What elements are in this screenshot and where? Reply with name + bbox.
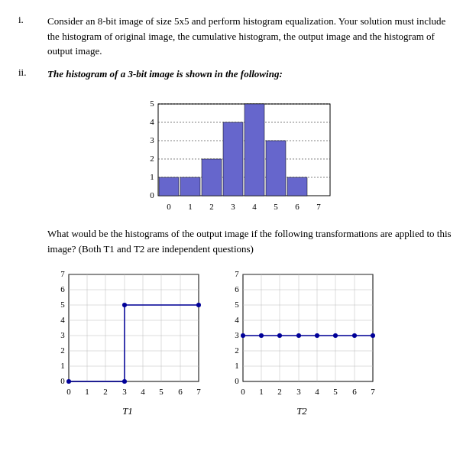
svg-rect-25 xyxy=(266,141,286,196)
svg-text:2: 2 xyxy=(235,346,239,355)
svg-text:1: 1 xyxy=(188,202,193,211)
svg-text:6: 6 xyxy=(295,202,300,211)
svg-text:0: 0 xyxy=(241,387,245,396)
svg-point-57 xyxy=(66,379,71,384)
svg-point-60 xyxy=(196,303,201,307)
question-i-text: Consider an 8-bit image of size 5x5 and … xyxy=(47,14,458,59)
question-i-num: i. xyxy=(18,14,47,59)
svg-text:0: 0 xyxy=(60,376,65,385)
svg-text:5: 5 xyxy=(159,387,164,396)
svg-rect-61 xyxy=(243,274,373,381)
svg-point-99 xyxy=(371,333,375,338)
svg-rect-27 xyxy=(69,274,199,381)
svg-text:3: 3 xyxy=(231,202,235,211)
svg-text:5: 5 xyxy=(60,300,65,309)
page: i. Consider an 8-bit image of size 5x5 a… xyxy=(18,14,458,417)
svg-point-58 xyxy=(122,379,127,384)
svg-rect-26 xyxy=(287,177,307,196)
svg-text:6: 6 xyxy=(60,284,65,294)
svg-text:5: 5 xyxy=(150,99,154,108)
svg-text:0: 0 xyxy=(167,202,171,211)
svg-text:7: 7 xyxy=(235,269,239,278)
svg-text:6: 6 xyxy=(352,387,357,396)
svg-point-93 xyxy=(259,333,264,338)
svg-rect-23 xyxy=(223,122,243,196)
svg-text:0: 0 xyxy=(150,190,154,200)
bottom-text: What would be the histograms of the outp… xyxy=(47,226,458,256)
svg-point-96 xyxy=(315,333,319,338)
svg-text:2: 2 xyxy=(60,346,65,355)
svg-point-97 xyxy=(333,333,338,338)
question-ii-num: ii. xyxy=(18,67,47,82)
svg-text:1: 1 xyxy=(235,361,239,370)
svg-point-95 xyxy=(296,333,301,338)
bottom-charts-row: 0 1 2 3 4 5 6 7 0 1 2 3 xyxy=(47,268,458,417)
svg-text:5: 5 xyxy=(235,300,239,309)
svg-text:4: 4 xyxy=(315,387,319,396)
t1-chart-wrap: 0 1 2 3 4 5 6 7 0 1 2 3 xyxy=(47,268,208,417)
svg-point-98 xyxy=(352,333,357,338)
question-ii-text: The histogram of a 3-bit image is shown … xyxy=(47,67,458,82)
svg-text:2: 2 xyxy=(103,387,108,396)
t2-label: T2 xyxy=(296,405,307,417)
question-ii-row: ii. The histogram of a 3-bit image is sh… xyxy=(18,67,458,82)
t2-chart-wrap: 0 1 2 3 4 5 6 7 0 1 2 3 4 xyxy=(222,268,382,417)
svg-rect-21 xyxy=(180,177,200,196)
svg-point-94 xyxy=(277,333,282,338)
svg-text:7: 7 xyxy=(316,202,321,211)
main-histogram: 0 1 2 3 4 5 0 1 2 3 4 5 6 7 xyxy=(135,96,342,219)
bottom-text-row: What would be the histograms of the outp… xyxy=(18,226,458,256)
svg-text:0: 0 xyxy=(235,376,239,385)
main-chart-container: 0 1 2 3 4 5 0 1 2 3 4 5 6 7 xyxy=(18,96,458,219)
svg-rect-24 xyxy=(244,104,264,196)
svg-text:4: 4 xyxy=(60,315,65,324)
svg-text:2: 2 xyxy=(277,387,282,396)
svg-text:7: 7 xyxy=(371,387,375,396)
t1-label: T1 xyxy=(122,405,133,417)
svg-text:1: 1 xyxy=(259,387,264,396)
svg-text:3: 3 xyxy=(122,387,127,396)
svg-text:2: 2 xyxy=(150,154,154,163)
bottom-text-indent xyxy=(18,226,47,256)
svg-text:5: 5 xyxy=(274,202,278,211)
svg-text:5: 5 xyxy=(333,387,338,396)
svg-text:1: 1 xyxy=(150,172,154,181)
svg-text:4: 4 xyxy=(252,202,257,211)
svg-text:7: 7 xyxy=(60,269,65,278)
t1-chart: 0 1 2 3 4 5 6 7 0 1 2 3 xyxy=(47,268,208,402)
svg-text:3: 3 xyxy=(296,387,301,396)
svg-text:1: 1 xyxy=(85,387,89,396)
t2-chart: 0 1 2 3 4 5 6 7 0 1 2 3 4 xyxy=(222,268,382,402)
svg-text:4: 4 xyxy=(235,315,239,324)
svg-text:6: 6 xyxy=(178,387,183,396)
svg-rect-22 xyxy=(202,159,222,196)
svg-text:2: 2 xyxy=(209,202,214,211)
svg-text:4: 4 xyxy=(141,387,145,396)
svg-text:1: 1 xyxy=(60,361,65,370)
svg-text:4: 4 xyxy=(150,117,154,126)
svg-rect-20 xyxy=(159,177,179,196)
svg-point-92 xyxy=(241,333,245,338)
svg-text:7: 7 xyxy=(196,387,201,396)
svg-text:3: 3 xyxy=(150,135,154,144)
svg-text:3: 3 xyxy=(235,330,239,339)
svg-text:0: 0 xyxy=(66,387,71,396)
question-i-row: i. Consider an 8-bit image of size 5x5 a… xyxy=(18,14,458,59)
svg-text:3: 3 xyxy=(60,330,65,339)
svg-point-59 xyxy=(122,303,127,307)
svg-text:6: 6 xyxy=(235,284,239,294)
